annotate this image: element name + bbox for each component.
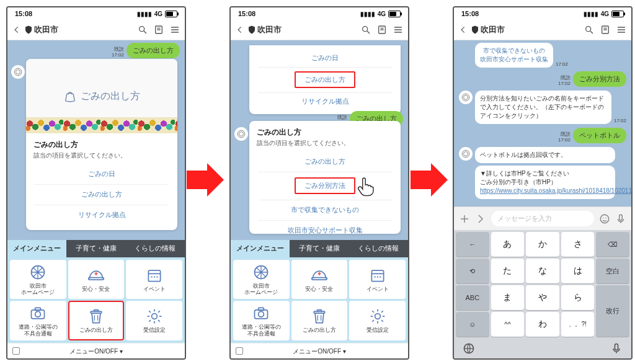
svg-rect-50 bbox=[259, 308, 264, 311]
menu-icon[interactable] bbox=[393, 25, 403, 35]
app-header: 吹田市 bbox=[7, 20, 185, 40]
message-input[interactable]: メッセージを入力 bbox=[491, 211, 594, 226]
city-seal-icon bbox=[252, 264, 270, 281]
key-return[interactable]: 改行 bbox=[596, 285, 629, 337]
svg-point-45 bbox=[374, 276, 375, 277]
link-gomi-dashikata[interactable]: ごみの出し方 bbox=[249, 151, 401, 172]
prev-link-gomi-hi[interactable]: ごみの日 bbox=[249, 49, 401, 67]
svg-marker-1 bbox=[411, 163, 448, 197]
key-backspace[interactable]: ⌫ bbox=[596, 232, 629, 257]
chat-area[interactable]: 既読 17:02 ごみの出し方 ごみの出し方 ごみの出し方 該当の項目を選択して… bbox=[7, 40, 185, 240]
svg-rect-16 bbox=[148, 270, 160, 282]
calendar-icon bbox=[145, 267, 164, 284]
card-link-gomi-dashikata[interactable]: ごみの出し方 bbox=[26, 184, 177, 205]
highlight-box: ごみの出し方 bbox=[295, 71, 355, 88]
card-link-gomi-hi[interactable]: ごみの日 bbox=[26, 164, 177, 184]
key-ha[interactable]: は bbox=[561, 259, 595, 283]
link-support-collection[interactable]: 吹田市安心サポート収集 bbox=[249, 220, 401, 234]
mic-icon[interactable] bbox=[615, 213, 626, 224]
back-icon[interactable] bbox=[12, 25, 21, 35]
key-space[interactable]: 空白 bbox=[596, 259, 629, 283]
grid-settings[interactable]: 受信設定 bbox=[126, 301, 182, 340]
menu-toggle[interactable]: メニューON/OFF ▾ bbox=[7, 343, 185, 358]
grid-homepage[interactable]: 吹田市 ホームページ bbox=[10, 260, 66, 300]
search-icon[interactable] bbox=[138, 25, 148, 35]
card-link-recycle[interactable]: リサイクル拠点 bbox=[26, 205, 177, 225]
battery-icon bbox=[388, 11, 401, 17]
bot-card: ごみの出し方 ごみの出し方 該当の項目を選択してください。 ごみの日 ごみの出し… bbox=[26, 59, 177, 230]
note-icon[interactable] bbox=[600, 25, 610, 35]
key-punct[interactable]: 、。?! bbox=[561, 312, 595, 337]
status-bar: 15:08 ▮▮▮▮ 4G bbox=[7, 7, 185, 20]
grid-homepage[interactable]: 吹田市 ホームページ bbox=[233, 260, 290, 300]
tab-kurashi[interactable]: くらしの情報 bbox=[349, 240, 408, 257]
grid-report[interactable]: 道路・公園等の 不具合通報 bbox=[10, 301, 66, 340]
menu-icon[interactable] bbox=[616, 25, 626, 35]
link-gomi-bunbetsu[interactable]: ごみ分別方法 bbox=[249, 172, 401, 200]
globe-icon[interactable] bbox=[463, 342, 475, 355]
key-ra[interactable]: ら bbox=[561, 285, 595, 310]
user-message: ごみの出し方 bbox=[127, 43, 180, 58]
svg-point-29 bbox=[363, 27, 368, 32]
external-link[interactable]: https://www.city.suita.osaka.jp/kurashi/… bbox=[480, 187, 631, 194]
tab-main[interactable]: メインメニュー bbox=[7, 240, 66, 257]
plus-icon[interactable] bbox=[459, 213, 470, 224]
key-ya[interactable]: や bbox=[526, 285, 559, 310]
status-bar: 15:08 ▮▮▮▮ 4G bbox=[454, 7, 631, 20]
key-emoji[interactable]: ☺ bbox=[456, 312, 489, 337]
menu-grid: 吹田市 ホームページ 安心・安全 イベント 道路・公園等の 不具合通報 ごみの出… bbox=[231, 257, 408, 343]
key-ma[interactable]: ま bbox=[491, 285, 525, 310]
search-icon[interactable] bbox=[584, 25, 594, 35]
grid-safety[interactable]: 安心・安全 bbox=[291, 260, 348, 300]
key-arrow[interactable]: ← bbox=[456, 232, 489, 257]
grid-settings[interactable]: 受信設定 bbox=[349, 301, 406, 340]
key-undo[interactable]: ⟲ bbox=[456, 259, 489, 283]
chevron-right-icon[interactable] bbox=[475, 213, 486, 224]
tab-kosodate[interactable]: 子育て・健康 bbox=[290, 240, 349, 257]
prev-link-recycle[interactable]: リサイクル拠点 bbox=[249, 92, 401, 110]
chat-area[interactable]: ごみの日 ごみの出し方 リサイクル拠点 既読 17:02 ごみの出し方 ごみの出… bbox=[231, 40, 408, 240]
chat-area[interactable]: 市で収集できないもの 吹田市安心サポート収集 17:02 既読 17:02 ごみ… bbox=[454, 40, 631, 206]
helmet-icon bbox=[310, 267, 329, 284]
svg-point-28 bbox=[151, 314, 157, 319]
menu-icon[interactable] bbox=[170, 25, 180, 35]
phone-screen-3: 15:08 ▮▮▮▮ 4G 吹田市 市 bbox=[453, 6, 633, 360]
emoji-icon[interactable] bbox=[599, 213, 610, 224]
key-a[interactable]: あ bbox=[491, 232, 525, 257]
calendar-icon bbox=[368, 267, 387, 284]
grid-report[interactable]: 道路・公園等の 不具合通報 bbox=[233, 301, 290, 340]
app-header: 吹田市 bbox=[454, 20, 631, 40]
grid-events[interactable]: イベント bbox=[126, 260, 182, 300]
back-icon[interactable] bbox=[236, 25, 244, 35]
prev-link-gomi-dashikata[interactable]: ごみの出し方 bbox=[249, 67, 401, 92]
shield-icon bbox=[248, 25, 255, 34]
key-sa[interactable]: さ bbox=[561, 232, 595, 257]
key-dakuten[interactable]: ^^ bbox=[491, 312, 525, 337]
key-ta[interactable]: た bbox=[491, 259, 525, 283]
tab-kurashi[interactable]: くらしの情報 bbox=[126, 240, 185, 257]
key-abc[interactable]: ABC bbox=[456, 285, 489, 310]
card-title: ごみの出し方 bbox=[33, 140, 170, 150]
back-icon[interactable] bbox=[459, 25, 468, 35]
svg-point-20 bbox=[156, 276, 158, 277]
key-na[interactable]: な bbox=[526, 259, 559, 283]
trash-icon bbox=[87, 308, 105, 325]
grid-gomi[interactable]: ごみの出し方 bbox=[68, 301, 125, 340]
svg-point-70 bbox=[600, 215, 609, 223]
note-icon[interactable] bbox=[154, 25, 164, 35]
svg-rect-13 bbox=[89, 277, 104, 280]
tab-kosodate[interactable]: 子育て・健康 bbox=[66, 240, 125, 257]
tab-main[interactable]: メインメニュー bbox=[231, 240, 290, 257]
search-icon[interactable] bbox=[361, 25, 371, 35]
key-wa[interactable]: わ bbox=[526, 312, 559, 337]
grid-gomi[interactable]: ごみの出し方 bbox=[291, 301, 348, 340]
link-cannot-collect[interactable]: 市で収集できないもの bbox=[249, 200, 401, 220]
grid-safety[interactable]: 安心・安全 bbox=[68, 260, 125, 300]
menu-toggle[interactable]: メニューON/OFF ▾ bbox=[231, 343, 408, 358]
mic-icon[interactable] bbox=[610, 342, 623, 355]
svg-point-37 bbox=[238, 130, 245, 138]
key-ka[interactable]: か bbox=[526, 232, 559, 257]
note-icon[interactable] bbox=[377, 25, 387, 35]
network-label: 4G bbox=[154, 11, 162, 17]
grid-events[interactable]: イベント bbox=[349, 260, 406, 300]
